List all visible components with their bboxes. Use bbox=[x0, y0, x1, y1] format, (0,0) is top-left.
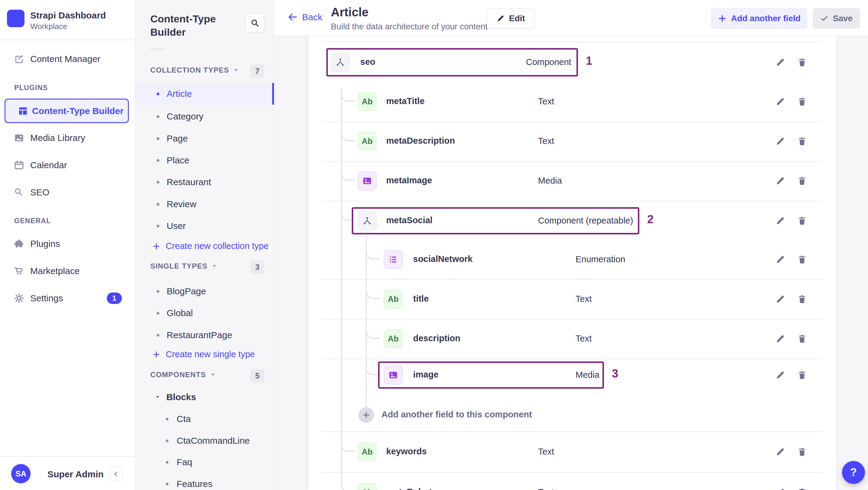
trash-icon bbox=[797, 57, 807, 67]
tree-elbow bbox=[366, 285, 380, 299]
edit-field-button[interactable] bbox=[774, 369, 786, 381]
edit-pencil-icon bbox=[775, 487, 785, 490]
plus-icon bbox=[362, 410, 371, 420]
field-type: Text bbox=[576, 334, 592, 344]
edit-field-button[interactable] bbox=[774, 446, 786, 458]
sidebar-item-page[interactable]: Page bbox=[135, 128, 272, 149]
edit-field-button[interactable] bbox=[774, 215, 786, 227]
sidebar-item-blogpage[interactable]: BlogPage bbox=[135, 280, 272, 302]
field-type: Media bbox=[538, 176, 562, 186]
text-field-icon: Ab bbox=[358, 442, 376, 461]
nav-item-seo[interactable]: SEO bbox=[0, 180, 135, 205]
field-type: Text bbox=[538, 136, 554, 146]
edit-field-button[interactable] bbox=[774, 135, 786, 147]
avatar[interactable]: SA bbox=[11, 464, 31, 483]
edit-field-button[interactable] bbox=[774, 486, 786, 490]
field-name: metaSocial bbox=[386, 215, 433, 225]
annotation-number: 1 bbox=[586, 55, 592, 67]
search-icon bbox=[13, 187, 23, 198]
sidebar-item-features[interactable]: Features bbox=[135, 473, 272, 490]
add-field-to-component-label[interactable]: Add another field to this component bbox=[381, 409, 532, 420]
content-manager-icon bbox=[13, 54, 25, 64]
sidebar-item-faq[interactable]: Faq bbox=[135, 451, 272, 473]
nav-item-plugins[interactable]: Plugins bbox=[0, 232, 135, 256]
plus-icon bbox=[718, 14, 727, 23]
plus-icon bbox=[152, 350, 161, 359]
edit-field-button[interactable] bbox=[774, 293, 786, 305]
delete-field-button[interactable] bbox=[796, 333, 808, 345]
nav-item-media-library[interactable]: Media Library bbox=[0, 126, 135, 150]
chevron-left-icon bbox=[113, 470, 120, 478]
sidebar-item-user[interactable]: User bbox=[135, 215, 272, 237]
add-field-to-component-button[interactable] bbox=[359, 407, 374, 423]
edit-field-button[interactable] bbox=[774, 333, 786, 345]
field-type: Media bbox=[576, 370, 599, 380]
nav-item-content-manager[interactable]: Content Manager bbox=[0, 47, 135, 71]
field-type: Text bbox=[538, 96, 554, 106]
tree-elbow bbox=[341, 207, 355, 221]
edit-pencil-icon bbox=[775, 370, 785, 380]
delete-field-button[interactable] bbox=[796, 253, 808, 266]
trash-icon bbox=[797, 254, 807, 265]
edit-field-button[interactable] bbox=[774, 56, 786, 68]
back-link[interactable]: Back bbox=[288, 12, 322, 22]
create-new-link[interactable]: Create new collection type bbox=[152, 241, 269, 251]
sidebar-item-restaurant[interactable]: Restaurant bbox=[135, 171, 272, 193]
strapi-logo[interactable] bbox=[7, 10, 25, 27]
delete-field-button[interactable] bbox=[796, 369, 808, 381]
tree-elbow bbox=[366, 246, 380, 259]
sidebar-section-header[interactable]: COMPONENTS bbox=[150, 370, 216, 379]
sidebar-item-place[interactable]: Place bbox=[135, 149, 272, 171]
text-field-icon: Ab bbox=[358, 132, 376, 151]
sidebar-item-category[interactable]: Category bbox=[135, 105, 272, 127]
nav-item-settings[interactable]: Settings 1 bbox=[0, 286, 135, 310]
nav-item-content-type-builder[interactable]: Content-Type Builder bbox=[0, 99, 135, 123]
delete-field-button[interactable] bbox=[796, 293, 808, 305]
delete-field-button[interactable] bbox=[796, 446, 808, 458]
row-separator bbox=[322, 41, 822, 42]
edit-field-button[interactable] bbox=[774, 96, 786, 108]
content-type-builder-icon bbox=[18, 105, 28, 117]
help-button[interactable]: ? bbox=[842, 461, 865, 484]
sidebar-item-ctacommandline[interactable]: CtaCommandLine bbox=[135, 430, 272, 452]
edit-pencil-icon bbox=[775, 334, 785, 344]
delete-field-button[interactable] bbox=[796, 96, 808, 108]
plus-icon bbox=[152, 242, 161, 251]
search-icon bbox=[250, 18, 260, 28]
trash-icon bbox=[797, 370, 807, 380]
delete-field-button[interactable] bbox=[796, 135, 808, 147]
sidebar-item-article[interactable]: Article bbox=[135, 83, 272, 105]
add-another-field-button[interactable]: Add another field bbox=[711, 8, 807, 28]
delete-field-button[interactable] bbox=[796, 215, 808, 227]
sidebar-section-header[interactable]: SINGLE TYPES bbox=[150, 262, 218, 270]
bullet-icon bbox=[157, 290, 159, 293]
content-type-builder-sidebar: Content-Type Builder COLLECTION TYPES 7 … bbox=[135, 0, 274, 490]
nav-item-calendar[interactable]: Calendar bbox=[0, 153, 135, 177]
create-new-link[interactable]: Create new single type bbox=[152, 349, 255, 359]
delete-field-button[interactable] bbox=[796, 175, 808, 187]
trash-icon bbox=[797, 447, 807, 457]
nav-item-marketplace[interactable]: Marketplace bbox=[0, 259, 135, 283]
bullet-icon bbox=[157, 159, 159, 162]
sidebar-item-cta[interactable]: Cta bbox=[135, 408, 272, 430]
collapse-sidebar-button[interactable] bbox=[110, 467, 123, 481]
enumeration-field-icon bbox=[384, 250, 403, 269]
field-name: description bbox=[413, 333, 460, 343]
edit-pencil-icon bbox=[775, 57, 785, 67]
search-button[interactable] bbox=[246, 13, 264, 32]
edit-button-label: Edit bbox=[509, 13, 525, 23]
component-category-blocks[interactable]: Blocks bbox=[135, 386, 272, 408]
delete-field-button[interactable] bbox=[796, 56, 808, 68]
edit-field-button[interactable] bbox=[774, 253, 786, 266]
edit-button[interactable]: Edit bbox=[487, 8, 535, 28]
edit-field-button[interactable] bbox=[774, 175, 786, 187]
save-button[interactable]: Save bbox=[813, 8, 860, 28]
bullet-icon bbox=[157, 181, 159, 184]
sidebar-section-header[interactable]: COLLECTION TYPES bbox=[150, 66, 240, 74]
sidebar-item-global[interactable]: Global bbox=[135, 302, 272, 324]
sidebar-item-review[interactable]: Review bbox=[135, 193, 272, 215]
delete-field-button[interactable] bbox=[796, 486, 808, 490]
tree-line bbox=[366, 236, 367, 407]
sidebar-item-restaurantpage[interactable]: RestaurantPage bbox=[135, 324, 272, 346]
trash-icon bbox=[797, 334, 807, 344]
